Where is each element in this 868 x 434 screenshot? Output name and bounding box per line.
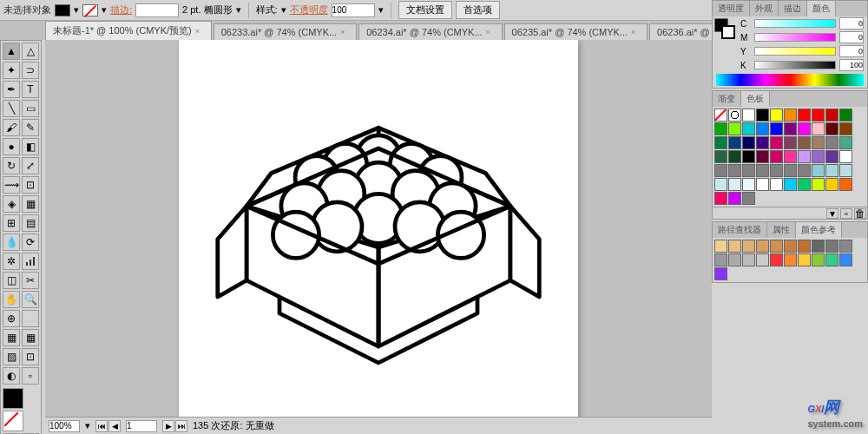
swatch[interactable]	[714, 192, 727, 205]
tab-06234[interactable]: 06234.ai* @ 74% (CMYK...×	[358, 23, 502, 40]
swatch[interactable]	[825, 122, 838, 135]
tab-color-guide[interactable]: 颜色参考	[796, 222, 842, 238]
swatch[interactable]	[798, 122, 811, 135]
swatch[interactable]	[728, 253, 741, 266]
pen-tool[interactable]: ✒	[3, 81, 20, 98]
swatch[interactable]	[770, 150, 783, 163]
swatch[interactable]	[798, 240, 811, 253]
chevron-down-icon[interactable]: ▾	[74, 4, 79, 16]
fill-color[interactable]	[3, 388, 23, 409]
type-tool[interactable]: T	[22, 81, 39, 98]
cyan-input[interactable]	[839, 17, 864, 30]
magic-wand-tool[interactable]: ✦	[3, 62, 20, 79]
swatch[interactable]	[812, 253, 825, 266]
tab-untitled[interactable]: 未标题-1* @ 100% (CMYK/预览)×	[45, 21, 212, 40]
swatch[interactable]	[770, 136, 783, 149]
swatch[interactable]	[798, 150, 811, 163]
yellow-input[interactable]	[839, 45, 864, 57]
swatch[interactable]	[714, 136, 727, 149]
yellow-slider[interactable]	[754, 47, 836, 56]
swatch[interactable]	[798, 253, 811, 266]
prefs-button[interactable]: 首选项	[456, 1, 500, 19]
black-input[interactable]	[839, 59, 864, 71]
tab-06235[interactable]: 06235.ai* @ 74% (CMYK...×	[504, 23, 648, 40]
misc-tool[interactable]: ◐	[3, 367, 20, 385]
chevron-down-icon[interactable]: ▾	[281, 4, 286, 16]
swatch[interactable]	[839, 164, 852, 177]
chevron-down-icon[interactable]: ▾	[236, 4, 241, 16]
shape-builder-tool[interactable]: ◈	[3, 195, 20, 213]
swatch[interactable]	[756, 136, 769, 149]
swatch[interactable]	[839, 240, 852, 253]
hand-tool[interactable]: ✋	[3, 291, 20, 308]
paintbrush-tool[interactable]: 🖌	[3, 119, 20, 136]
swatch[interactable]	[728, 240, 741, 253]
scale-tool[interactable]: ⤢	[22, 157, 39, 174]
swatch[interactable]	[798, 164, 811, 177]
texture-tool[interactable]: ▨	[3, 348, 20, 365]
fill-swatch[interactable]	[55, 4, 70, 16]
magenta-input[interactable]	[839, 31, 864, 43]
eraser-tool[interactable]: ◧	[22, 138, 39, 155]
opacity-link[interactable]: 不透明度	[290, 3, 328, 16]
swatch[interactable]	[714, 122, 727, 135]
slice-tool[interactable]: ✂	[22, 272, 39, 289]
swatch[interactable]	[784, 253, 797, 266]
swatch[interactable]	[784, 150, 797, 163]
treemap-icon[interactable]: ⊡	[22, 348, 39, 365]
swatch[interactable]	[784, 178, 797, 191]
swatch[interactable]	[756, 178, 769, 191]
chevron-down-icon[interactable]: ▾	[85, 420, 90, 431]
swatch[interactable]	[812, 240, 825, 253]
swatch[interactable]	[728, 150, 741, 163]
tab-swatches[interactable]: 色板	[741, 91, 770, 107]
tab-color[interactable]: 颜色	[807, 1, 836, 16]
tab-appearance[interactable]: 外观	[750, 1, 779, 16]
stroke-color[interactable]	[3, 411, 23, 431]
swatch[interactable]	[742, 122, 755, 135]
free-transform-tool[interactable]: ⊡	[22, 176, 39, 194]
swatch[interactable]	[839, 136, 852, 149]
swatch[interactable]	[825, 178, 838, 191]
tab-pathfinder[interactable]: 路径查找器	[713, 222, 767, 238]
swatch[interactable]	[770, 240, 783, 253]
swatch[interactable]	[825, 136, 838, 149]
swatch[interactable]	[812, 150, 825, 163]
perspective-tool[interactable]: ▦	[22, 195, 39, 213]
eyedropper-tool[interactable]: 💧	[3, 233, 20, 251]
swatch[interactable]	[825, 108, 838, 122]
swatch[interactable]	[798, 108, 811, 122]
symbol-sprayer-tool[interactable]: ✲	[3, 253, 20, 270]
graph-tool[interactable]	[22, 253, 39, 270]
line-tool[interactable]: ╲	[3, 100, 20, 117]
crosshair-tool[interactable]: ⊕	[3, 310, 20, 327]
swatch[interactable]	[812, 136, 825, 149]
last-page-icon[interactable]: ⏭	[175, 420, 187, 432]
blob-brush-tool[interactable]: ●	[3, 138, 20, 155]
swatch[interactable]	[839, 253, 852, 266]
zoom-tool[interactable]: 🔍	[22, 291, 39, 308]
grid-tool[interactable]: ▦	[3, 329, 20, 346]
swatch[interactable]	[839, 178, 852, 191]
swatch[interactable]	[714, 150, 727, 163]
canvas-area[interactable]	[45, 40, 712, 417]
grid-icon[interactable]: ▦	[22, 329, 39, 346]
swatch[interactable]	[742, 178, 755, 191]
opacity-input[interactable]	[332, 3, 375, 17]
swatch[interactable]	[742, 164, 755, 177]
cyan-slider[interactable]	[754, 19, 836, 28]
swatch-options-icon[interactable]: ▾	[826, 208, 838, 219]
swatch[interactable]	[728, 136, 741, 149]
blend-tool[interactable]: ⟳	[22, 233, 39, 251]
swatch[interactable]	[714, 164, 727, 177]
swatch[interactable]	[770, 178, 783, 191]
swatch[interactable]	[839, 108, 852, 122]
swatch[interactable]	[756, 253, 769, 266]
prev-page-icon[interactable]: ◀	[108, 420, 121, 432]
swatch[interactable]	[742, 253, 755, 266]
swatch[interactable]	[770, 253, 783, 266]
stroke-link[interactable]: 描边:	[110, 3, 132, 16]
swatch[interactable]	[825, 150, 838, 163]
width-tool[interactable]: ⟿	[3, 176, 20, 194]
swatch[interactable]	[714, 240, 727, 253]
